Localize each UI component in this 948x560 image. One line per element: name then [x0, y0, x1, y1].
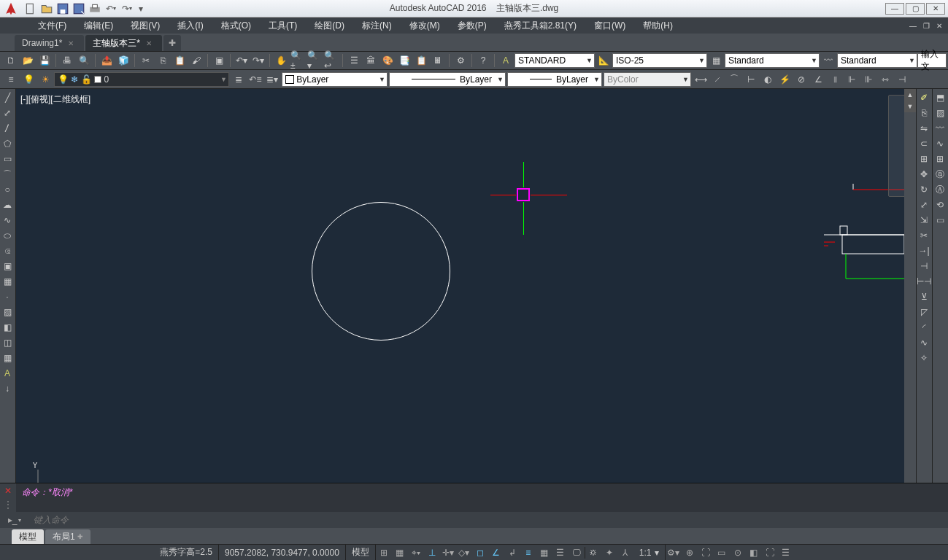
blend-icon[interactable]: ∿ [917, 335, 931, 350]
text-style-combo[interactable]: STANDARD▼ [515, 53, 595, 68]
dim-base-icon[interactable]: ⊩ [844, 71, 860, 88]
linetype-combo[interactable]: ByLayer▼ [389, 72, 506, 87]
command-input[interactable] [29, 515, 948, 525]
redo-icon[interactable]: ↷▾ [120, 1, 134, 16]
menu-draw[interactable]: 绘图(D) [306, 18, 353, 34]
dim-arc-icon[interactable]: ⌒ [726, 71, 742, 88]
isolate-icon[interactable]: ◧ [746, 545, 762, 560]
arc-icon[interactable]: ⌒ [0, 167, 15, 182]
menu-help[interactable]: 帮助(H) [634, 18, 682, 34]
redo2-icon[interactable]: ↷▾ [250, 52, 266, 69]
layer-manager-icon[interactable]: ≡ [3, 71, 19, 88]
copy-icon[interactable]: ⎘ [155, 52, 171, 69]
zoom-prev-icon[interactable]: 🔍↩ [323, 52, 339, 69]
mirror-icon[interactable]: ⇋ [917, 121, 931, 136]
menu-tools[interactable]: 工具(T) [260, 18, 306, 34]
gradient-icon[interactable]: ◧ [0, 320, 15, 335]
otrack-icon[interactable]: ∠ [488, 545, 504, 560]
line-icon[interactable]: ╱ [0, 90, 15, 105]
ml-style-combo[interactable]: Standard▼ [837, 53, 917, 68]
offset-icon[interactable]: ⊂ [917, 136, 931, 151]
viewport-label[interactable]: [-][俯视][二维线框] [20, 93, 90, 106]
tab-close-icon[interactable]: ✕ [146, 39, 152, 47]
menu-dimension[interactable]: 标注(N) [353, 18, 401, 34]
polar-icon[interactable]: ✛▾ [440, 545, 456, 560]
pline-icon[interactable]: 〳 [0, 121, 15, 136]
annoscale-icon[interactable]: ⛭ [585, 545, 601, 560]
menu-window[interactable]: 窗口(W) [585, 18, 634, 34]
osnap-icon[interactable]: ◻ [472, 545, 488, 560]
array-icon[interactable]: ⊞ [917, 152, 931, 166]
command-prompt-icon[interactable]: ▸_ ▾ [0, 515, 29, 525]
tpy-icon[interactable]: ▦ [536, 545, 552, 560]
qat-dropdown-icon[interactable]: ▾ [136, 1, 146, 16]
sc-icon[interactable]: 🖵 [569, 545, 585, 560]
save-icon[interactable]: 💾 [36, 52, 53, 69]
tab-add[interactable]: ✚ [163, 35, 181, 51]
publish-icon[interactable]: 📤 [99, 52, 115, 69]
zoom-win-icon[interactable]: 🔍▾ [307, 52, 323, 69]
zoom-rt-icon[interactable]: 🔍± [290, 52, 306, 69]
customize-icon[interactable]: ☰ [778, 545, 794, 560]
stretch-icon[interactable]: ⇲ [917, 213, 931, 228]
mdi-restore[interactable]: ❐ [920, 20, 932, 31]
layer-sun-icon[interactable]: ☀ [37, 71, 53, 88]
draworder-icon[interactable]: ⬒ [933, 90, 947, 105]
polygon-icon[interactable]: ⬠ [0, 136, 15, 151]
qp-icon[interactable]: ☰ [552, 545, 569, 560]
chamfer-icon[interactable]: ◸ [917, 305, 931, 319]
save-icon[interactable] [55, 1, 70, 16]
mdi-close[interactable]: ✕ [933, 20, 945, 31]
paste-icon[interactable]: 📋 [172, 52, 188, 69]
array-edit-icon[interactable]: ⊞ [933, 152, 947, 166]
vertical-scrollbar[interactable]: ▲▼ [904, 89, 916, 516]
fillet-icon[interactable]: ◜ [917, 320, 931, 335]
dim-quick-icon[interactable]: ⫴ [827, 71, 843, 88]
xclipframe-icon[interactable]: ▭ [933, 213, 947, 228]
annomon-icon[interactable]: ⊕ [682, 545, 698, 560]
extend-icon[interactable]: →| [917, 244, 931, 258]
saveas-icon[interactable] [72, 1, 86, 16]
qview-icon[interactable]: ▭ [714, 545, 730, 560]
layout-tab-layout1[interactable]: 布局1 ✚ [45, 529, 90, 544]
rect-icon[interactable]: ▭ [0, 152, 15, 166]
annoauto-icon[interactable]: ⅄ [617, 545, 633, 560]
menu-parametric[interactable]: 参数(P) [449, 18, 496, 34]
dim-aligned-icon[interactable]: ⟋ [709, 71, 725, 88]
tab-drawing1[interactable]: Drawing1* ✕ [15, 35, 84, 51]
dim-jog-icon[interactable]: ⚡ [776, 71, 793, 88]
status-space[interactable]: 模型 [346, 545, 376, 560]
drawing-canvas[interactable]: [-][俯视][二维线框] Y X [16, 89, 916, 528]
cleanscreen-icon[interactable]: ⛶ [762, 545, 778, 560]
ellipse-arc-icon[interactable]: ⟃ [0, 244, 15, 258]
properties-icon[interactable]: ☰ [346, 52, 362, 69]
point-icon[interactable]: · [0, 289, 15, 304]
insert-icon[interactable]: ▣ [0, 259, 15, 273]
open-icon[interactable]: 📂 [20, 52, 36, 69]
splinedit-icon[interactable]: ∿ [933, 136, 947, 151]
print-icon[interactable]: 🖶 [59, 52, 75, 69]
qnew-icon[interactable]: 🗋 [3, 52, 19, 69]
spline-icon[interactable]: ∿ [0, 213, 15, 228]
ws-switch-icon[interactable]: ⚙▾ [666, 545, 682, 560]
status-coords[interactable]: 9057.2082, 730.9477, 0.0000 [219, 545, 346, 560]
battman-icon[interactable]: Ⓐ [933, 182, 947, 197]
lineweight-combo[interactable]: ByLayer▼ [507, 72, 602, 87]
menu-format[interactable]: 格式(O) [212, 18, 260, 34]
dim-diameter-icon[interactable]: ⊘ [793, 71, 809, 88]
dim-cont-icon[interactable]: ⊪ [860, 71, 876, 88]
lwt-icon[interactable]: ≡ [520, 545, 536, 560]
dim-style-combo[interactable]: ISO-25▼ [612, 53, 707, 68]
tab-close-icon[interactable]: ✕ [68, 39, 74, 47]
layer-prev-icon[interactable]: ↶≡ [247, 71, 263, 88]
hw-accel-icon[interactable]: ⊙ [730, 545, 746, 560]
dim-space-icon[interactable]: ⇿ [877, 71, 893, 88]
addsel-icon[interactable]: ↓ [0, 381, 15, 396]
dim-style-icon[interactable]: 📐 [596, 52, 612, 69]
cut-icon[interactable]: ✂ [138, 52, 154, 69]
ssm-icon[interactable]: 📑 [396, 52, 412, 69]
markup-icon[interactable]: 📋 [413, 52, 429, 69]
color-combo[interactable]: ByLayer▼ [282, 72, 388, 87]
ellipse-icon[interactable]: ⬭ [0, 228, 15, 243]
pan-icon[interactable]: ✋ [273, 52, 289, 69]
